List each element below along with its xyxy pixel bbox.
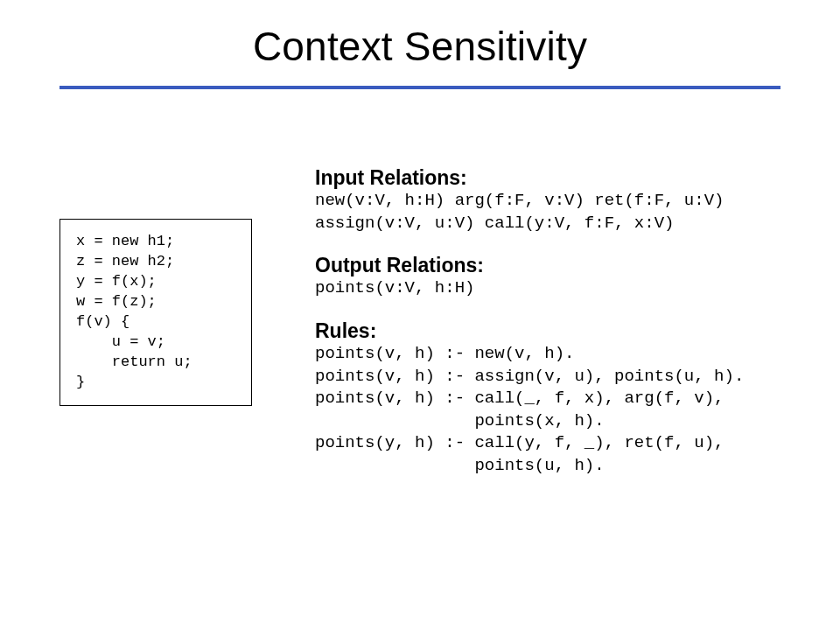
- output-relations-heading: Output Relations:: [315, 254, 814, 277]
- input-relations-body: new(v:V, h:H) arg(f:F, v:V) ret(f:F, u:V…: [315, 190, 814, 234]
- slide-title: Context Sensitivity: [0, 23, 840, 70]
- output-relations-body: points(v:V, h:H): [315, 277, 814, 300]
- title-underline: [60, 86, 780, 89]
- input-relations-heading: Input Relations:: [315, 166, 814, 190]
- rules-body: points(v, h) :- new(v, h). points(v, h) …: [315, 343, 814, 478]
- slide: Context Sensitivity x = new h1; z = new …: [0, 0, 840, 630]
- rules-heading: Rules:: [315, 319, 814, 343]
- relations-column: Input Relations: new(v:V, h:H) arg(f:F, …: [315, 166, 814, 478]
- code-example-box: x = new h1; z = new h2; y = f(x); w = f(…: [60, 219, 252, 406]
